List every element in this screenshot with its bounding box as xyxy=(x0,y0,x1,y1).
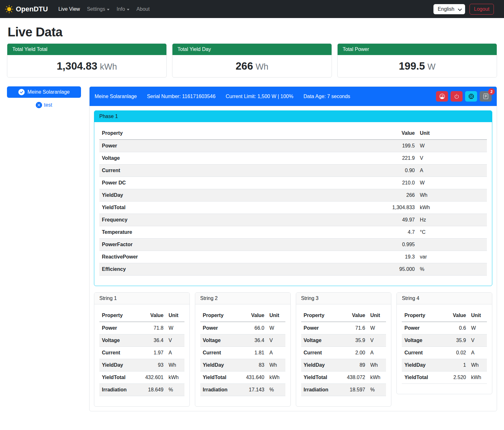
property-cell: Efficiency xyxy=(99,263,373,276)
unit-cell: Wh xyxy=(368,359,386,371)
property-cell: YieldDay xyxy=(200,359,240,371)
page-title: Live Data xyxy=(8,25,497,39)
table-row: Voltage36.4V xyxy=(200,334,285,347)
card-value: 266 xyxy=(236,60,253,72)
unit-cell: W xyxy=(267,322,285,334)
value-cell: 36.4 xyxy=(240,334,267,347)
property-cell: Voltage xyxy=(200,334,240,347)
nav-item-live-view[interactable]: Live View xyxy=(55,4,83,15)
property-cell: Voltage xyxy=(301,334,341,347)
unit-cell: kWh xyxy=(368,371,386,384)
chevron-down-icon xyxy=(127,9,129,10)
property-cell: YieldTotal xyxy=(99,202,373,214)
property-cell: YieldDay xyxy=(402,359,442,371)
string-table: Property Value Unit Power66.0WVoltage36.… xyxy=(200,309,285,396)
property-cell: Power xyxy=(99,140,373,152)
inverter-link-test[interactable]: test xyxy=(44,102,52,108)
phase-panel: Phase 1 Property Value Unit P xyxy=(94,110,492,286)
card-unit: Wh xyxy=(256,62,269,72)
property-cell: Irradiation xyxy=(200,384,240,396)
table-row: Voltage35.9V xyxy=(301,334,386,347)
property-cell: Power DC xyxy=(99,177,373,189)
table-row: Current0.90A xyxy=(99,165,487,177)
unit-cell: kWh xyxy=(267,371,285,384)
value-cell: 89 xyxy=(341,359,368,371)
table-row: YieldTotal2.520kWh xyxy=(402,371,487,384)
property-cell: Irradiation xyxy=(99,384,140,396)
string-title: String 1 xyxy=(94,293,190,304)
value-cell: 66.0 xyxy=(240,322,267,334)
value-cell: 4.7 xyxy=(373,226,417,239)
table-row: Power DC210.0W xyxy=(99,177,487,189)
brand-label: OpenDTU xyxy=(16,5,48,13)
table-row: Voltage36.4V xyxy=(99,334,184,347)
nav-item-settings[interactable]: Settings xyxy=(84,4,113,15)
device-info-button[interactable] xyxy=(465,91,477,102)
property-cell: Power xyxy=(402,322,442,334)
value-cell: 36.4 xyxy=(140,334,166,347)
inverter-button-selected[interactable]: Meine Solaranlage xyxy=(7,86,81,98)
table-row: Voltage35.9V xyxy=(402,334,487,347)
total-yield-day-card: Total Yield Day 266Wh xyxy=(172,43,332,78)
brand[interactable]: OpenDTU xyxy=(5,5,48,13)
value-cell: 18.649 xyxy=(140,384,166,396)
table-row: YieldTotal1,304.833kWh xyxy=(99,202,487,214)
unit-cell: Wh xyxy=(166,359,184,371)
string-3-card: String 3 Property Value Unit xyxy=(296,292,392,407)
nav-item-info[interactable]: Info xyxy=(113,4,133,15)
unit-cell: % xyxy=(417,263,487,276)
language-select[interactable]: English xyxy=(433,4,465,14)
table-row: YieldTotal432.601kWh xyxy=(99,371,184,384)
unit-cell: Hz xyxy=(417,214,487,226)
column-header-unit: Unit xyxy=(469,309,487,322)
inverter-button-label: Meine Solaranlage xyxy=(28,89,70,95)
unit-cell: Wh xyxy=(417,189,487,202)
nav-item-about[interactable]: About xyxy=(133,4,153,15)
property-cell: Current xyxy=(301,347,341,359)
property-cell: YieldTotal xyxy=(200,371,240,384)
table-row: Power199.5W xyxy=(99,140,487,152)
value-cell: 210.0 xyxy=(373,177,417,189)
string-4-card: String 4 Property Value Unit xyxy=(396,292,492,394)
table-row: Efficiency95.000% xyxy=(99,263,487,276)
inverter-serial: Serial Number: 116171603546 xyxy=(147,94,215,99)
power-button[interactable] xyxy=(451,91,463,102)
card-unit: W xyxy=(427,62,435,72)
value-cell: 35.9 xyxy=(442,334,469,347)
unit-cell: A xyxy=(417,165,487,177)
property-cell: YieldTotal xyxy=(402,371,442,384)
speedometer-icon xyxy=(439,94,445,99)
property-cell: Current xyxy=(99,347,140,359)
value-cell: 0.995 xyxy=(373,239,417,251)
table-row: Power0.6W xyxy=(402,322,487,334)
x-circle-icon xyxy=(36,102,42,108)
journal-text-icon xyxy=(483,94,488,99)
chevron-down-icon xyxy=(458,7,462,11)
unit-cell: V xyxy=(469,334,487,347)
table-row: YieldDay266Wh xyxy=(99,189,487,202)
power-icon xyxy=(454,94,459,99)
property-cell: Voltage xyxy=(99,334,140,347)
event-log-button[interactable]: 2 xyxy=(480,91,492,102)
unit-cell: % xyxy=(267,384,285,396)
property-cell: Irradiation xyxy=(301,384,341,396)
value-cell: 1,304.833 xyxy=(373,202,417,214)
value-cell: 93 xyxy=(140,359,166,371)
table-row: Current1.81A xyxy=(200,347,285,359)
unit-cell: A xyxy=(166,347,184,359)
property-cell: YieldTotal xyxy=(301,371,341,384)
unit-cell: % xyxy=(368,384,386,396)
table-row: Power66.0W xyxy=(200,322,285,334)
logout-button[interactable]: Logout xyxy=(470,4,494,15)
limit-settings-button[interactable] xyxy=(436,91,448,102)
string-table: Property Value Unit Power71.6WVoltage35.… xyxy=(301,309,386,396)
unit-cell: var xyxy=(417,251,487,263)
table-row: YieldDay89Wh xyxy=(301,359,386,371)
unit-cell: W xyxy=(368,322,386,334)
value-cell: 1 xyxy=(442,359,469,371)
table-row: Irradiation18.649% xyxy=(99,384,184,396)
unit-cell: A xyxy=(267,347,285,359)
unit-cell: W xyxy=(417,140,487,152)
table-row: Temperature4.7°C xyxy=(99,226,487,239)
property-cell: Frequency xyxy=(99,214,373,226)
